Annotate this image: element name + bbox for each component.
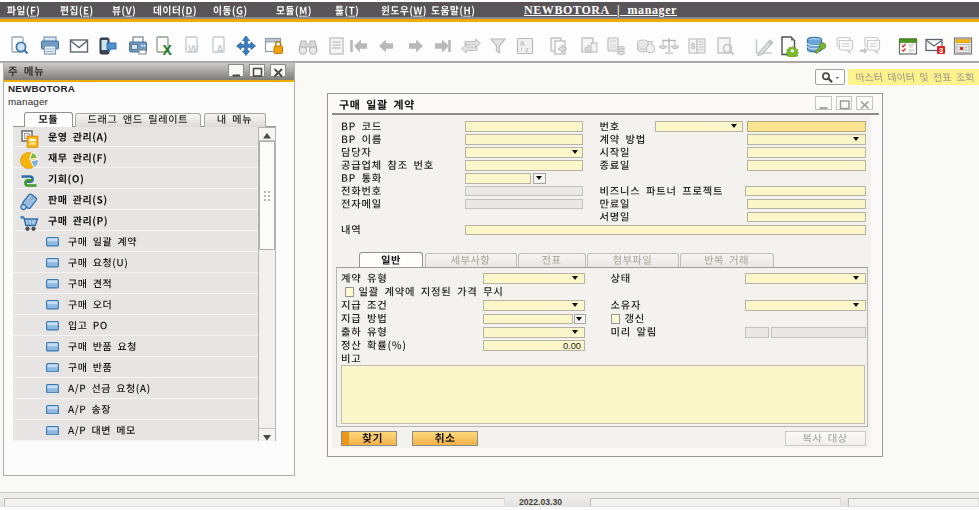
svg-text:A: A — [216, 43, 224, 55]
svg-text:X: X — [163, 41, 173, 57]
svg-text:z: z — [525, 45, 529, 54]
svg-text:W: W — [188, 43, 199, 55]
svg-text:3: 3 — [939, 45, 943, 54]
svg-text:$: $ — [691, 41, 696, 51]
